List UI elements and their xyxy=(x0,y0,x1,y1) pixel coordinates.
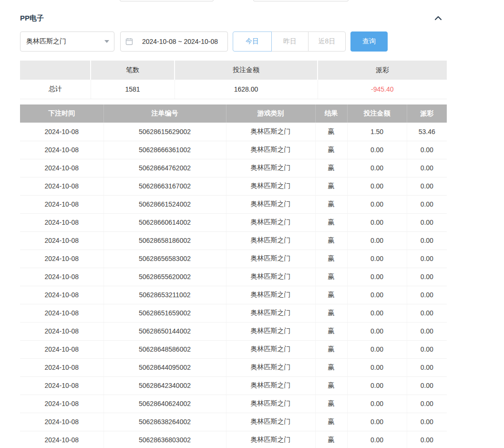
collapse-panel-button[interactable] xyxy=(432,13,444,23)
table-cell: 53.46 xyxy=(407,123,447,141)
last8days-button[interactable]: 近8日 xyxy=(308,31,346,52)
table-row: 2024-10-0850628638264002奥林匹斯之门赢0.000.00 xyxy=(20,413,447,431)
top-cutoff-input-2[interactable] xyxy=(253,0,349,1)
table-cell: 奥林匹斯之门 xyxy=(226,213,315,231)
today-button[interactable]: 今日 xyxy=(233,31,272,52)
table-cell: 0.00 xyxy=(407,413,447,431)
table-cell: 0.00 xyxy=(347,268,407,286)
table-cell: 0.00 xyxy=(407,358,447,376)
summary-count-value: 1581 xyxy=(91,80,175,99)
yesterday-button[interactable]: 昨日 xyxy=(271,31,309,52)
table-cell: 0.00 xyxy=(407,213,447,231)
date-range-value: 2024-10-08 ~ 2024-10-08 xyxy=(137,38,223,45)
filter-bar: 奥林匹斯之门 2024-10-08 ~ 2024-10-08 今日 昨日 xyxy=(20,31,447,52)
table-row: 2024-10-0850628650144002奥林匹斯之门赢0.000.00 xyxy=(20,322,447,340)
table-cell: 0.00 xyxy=(407,195,447,213)
table-cell: 0.00 xyxy=(407,322,447,340)
table-cell: 0.00 xyxy=(347,159,407,177)
table-cell: 0.00 xyxy=(347,376,407,395)
game-select[interactable]: 奥林匹斯之门 xyxy=(20,31,114,52)
table-cell: 0.00 xyxy=(347,286,407,304)
summary-header-count: 笔数 xyxy=(91,61,175,80)
table-cell: 奥林匹斯之门 xyxy=(226,431,315,448)
top-cutoff-input-1[interactable] xyxy=(120,0,214,1)
date-range-input[interactable]: 2024-10-08 ~ 2024-10-08 xyxy=(120,31,228,52)
table-cell: 50628666361002 xyxy=(103,141,226,159)
calendar-icon xyxy=(125,38,133,45)
table-cell: 50628636803002 xyxy=(103,431,226,448)
table-cell: 赢 xyxy=(315,123,347,141)
table-cell: 50628656583002 xyxy=(103,250,226,268)
table-cell: 2024-10-08 xyxy=(20,195,103,213)
table-row: 2024-10-0850628615629002奥林匹斯之门赢1.5053.46 xyxy=(20,123,447,141)
table-cell: 2024-10-08 xyxy=(20,286,103,304)
table-row: 2024-10-0850628648586002奥林匹斯之门赢0.000.00 xyxy=(20,340,447,358)
table-cell: 50628655620002 xyxy=(103,268,226,286)
table-cell: 赢 xyxy=(315,159,347,177)
panel-title: PP电子 xyxy=(20,14,44,23)
table-cell: 50628658186002 xyxy=(103,231,226,250)
table-cell: 0.00 xyxy=(347,395,407,413)
game-select-value: 奥林匹斯之门 xyxy=(26,37,66,46)
table-cell: 50628651659002 xyxy=(103,304,226,322)
table-cell: 50628660614002 xyxy=(103,213,226,231)
table-cell: 2024-10-08 xyxy=(20,304,103,322)
table-cell: 0.00 xyxy=(407,141,447,159)
table-cell: 奥林匹斯之门 xyxy=(226,376,315,395)
summary-total-row: 总计 1581 1628.00 -945.40 xyxy=(20,80,447,99)
table-row: 2024-10-0850628640624002奥林匹斯之门赢0.000.00 xyxy=(20,395,447,413)
bet-records-table: 下注时间注单编号游戏类别结果投注金额派彩 2024-10-08506286156… xyxy=(20,104,447,448)
table-cell: 50628663167002 xyxy=(103,177,226,195)
page: PP电子 奥林匹斯之门 xyxy=(0,0,504,448)
table-cell: 1.50 xyxy=(347,123,407,141)
table-row: 2024-10-0850628656583002奥林匹斯之门赢0.000.00 xyxy=(20,250,447,268)
table-row: 2024-10-0850628666361002奥林匹斯之门赢0.000.00 xyxy=(20,141,447,159)
table-cell: 赢 xyxy=(315,195,347,213)
table-cell: 0.00 xyxy=(347,231,407,250)
panel-header: PP电子 xyxy=(20,12,447,24)
table-cell: 2024-10-08 xyxy=(20,376,103,395)
table-cell: 2024-10-08 xyxy=(20,123,103,141)
table-cell: 奥林匹斯之门 xyxy=(226,159,315,177)
table-cell: 2024-10-08 xyxy=(20,177,103,195)
table-cell: 50628653211002 xyxy=(103,286,226,304)
table-cell: 50628644095002 xyxy=(103,358,226,376)
table-cell: 0.00 xyxy=(347,141,407,159)
table-cell: 赢 xyxy=(315,322,347,340)
chevron-down-icon xyxy=(104,40,109,43)
table-cell: 0.00 xyxy=(407,431,447,448)
table-cell: 奥林匹斯之门 xyxy=(226,358,315,376)
summary-table: 笔数 投注金额 派彩 总计 1581 1628.00 -945.40 xyxy=(20,61,447,99)
table-cell: 奥林匹斯之门 xyxy=(226,395,315,413)
table-cell: 赢 xyxy=(315,250,347,268)
table-cell: 奥林匹斯之门 xyxy=(226,141,315,159)
summary-bet-amount-value: 1628.00 xyxy=(175,80,318,99)
table-cell: 0.00 xyxy=(407,231,447,250)
bet-table-column-header: 注单编号 xyxy=(103,104,226,123)
table-cell: 2024-10-08 xyxy=(20,413,103,431)
table-cell: 50628650144002 xyxy=(103,322,226,340)
quick-date-button-group: 今日 昨日 近8日 xyxy=(233,31,346,52)
table-cell: 奥林匹斯之门 xyxy=(226,322,315,340)
table-cell: 2024-10-08 xyxy=(20,431,103,448)
table-cell: 奥林匹斯之门 xyxy=(226,268,315,286)
table-cell: 0.00 xyxy=(407,304,447,322)
summary-header-row: 笔数 投注金额 派彩 xyxy=(20,61,447,80)
table-cell: 2024-10-08 xyxy=(20,358,103,376)
table-cell: 0.00 xyxy=(347,213,407,231)
table-cell: 0.00 xyxy=(347,431,407,448)
table-cell: 0.00 xyxy=(347,322,407,340)
table-cell: 0.00 xyxy=(407,177,447,195)
bet-table-column-header: 派彩 xyxy=(407,104,447,123)
search-button[interactable]: 查询 xyxy=(350,31,388,52)
table-cell: 奥林匹斯之门 xyxy=(226,413,315,431)
summary-total-label: 总计 xyxy=(20,80,91,99)
table-row: 2024-10-0850628658186002奥林匹斯之门赢0.000.00 xyxy=(20,231,447,250)
table-cell: 0.00 xyxy=(407,159,447,177)
table-cell: 0.00 xyxy=(347,250,407,268)
table-cell: 赢 xyxy=(315,141,347,159)
table-cell: 赢 xyxy=(315,213,347,231)
table-row: 2024-10-0850628663167002奥林匹斯之门赢0.000.00 xyxy=(20,177,447,195)
table-cell: 奥林匹斯之门 xyxy=(226,340,315,358)
table-cell: 0.00 xyxy=(347,358,407,376)
